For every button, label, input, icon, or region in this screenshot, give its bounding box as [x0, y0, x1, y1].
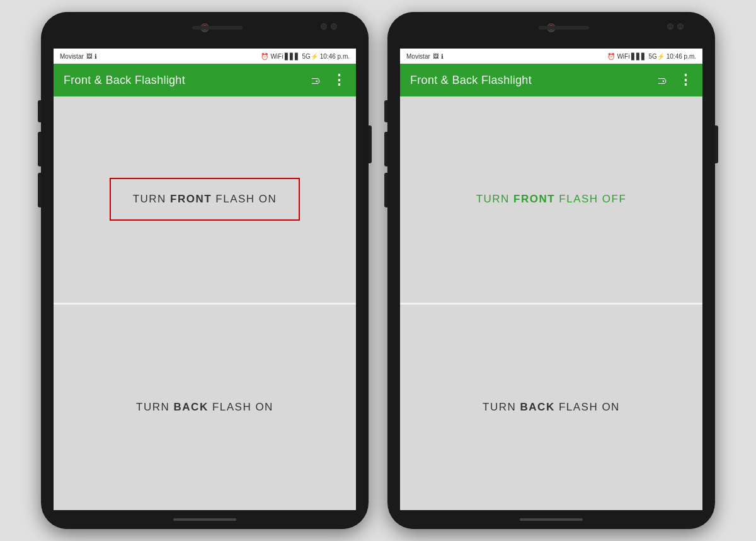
sensor-dot-2: [331, 23, 337, 30]
wifi-icon-right: WiFi: [617, 53, 629, 60]
front-flash-inner-left: TURN FRONT FLASH ON: [97, 165, 313, 233]
back-flash-turn-right: TURN: [483, 401, 520, 413]
screen-right: Movistar 🖼 ℹ ⏰ WiFi ▋▋▋ 5G⚡ 10:46 p.m. F…: [400, 49, 702, 510]
battery-icon-right: 5G⚡: [648, 53, 664, 60]
top-bezel-right: [387, 12, 715, 49]
time-left: 10:46 p.m.: [320, 53, 350, 60]
phone-right-wrapper: Movistar 🖼 ℹ ⏰ WiFi ▋▋▋ 5G⚡ 10:46 p.m. F…: [387, 12, 715, 529]
app-content-left: TURN FRONT FLASH ON TURN BACK FLASH ON: [54, 96, 356, 510]
back-flash-bold-right: BACK: [520, 401, 555, 413]
bottom-bezel-right: [387, 510, 715, 529]
front-flash-bold-left: FRONT: [170, 193, 212, 205]
info-icon-right: ℹ: [441, 53, 444, 60]
front-flash-action-right: FLASH OFF: [555, 193, 626, 205]
speaker-left: [192, 26, 243, 30]
app-title-left: Front & Back Flashlight: [64, 74, 185, 87]
front-flash-inner-right: TURN FRONT FLASH OFF: [464, 180, 639, 218]
back-flash-action-left: FLASH ON: [209, 401, 273, 413]
sensor-dots-right: [667, 23, 684, 30]
status-bar-right: Movistar 🖼 ℹ ⏰ WiFi ▋▋▋ 5G⚡ 10:46 p.m.: [400, 49, 702, 64]
time-right: 10:46 p.m.: [667, 53, 696, 60]
app-content-right: TURN FRONT FLASH OFF TURN BACK FLASH ON: [400, 96, 702, 510]
status-right-right: ⏰ WiFi ▋▋▋ 5G⚡ 10:46 p.m.: [607, 53, 696, 60]
app-bar-left: Front & Back Flashlight ⪾ ⋮: [54, 64, 356, 96]
share-button-left[interactable]: ⪾: [311, 74, 322, 87]
menu-button-left[interactable]: ⋮: [332, 72, 346, 88]
menu-button-right[interactable]: ⋮: [679, 72, 692, 88]
carrier-left: Movistar: [60, 53, 84, 60]
status-bar-left: Movistar 🖼 ℹ ⏰ WiFi ▋▋▋ 5G⚡ 10:46 p.m.: [54, 49, 356, 64]
home-indicator-left: [173, 518, 236, 521]
power-button-left: [369, 125, 372, 163]
signal-icon-right: ▋▋▋: [631, 53, 646, 60]
alarm-icon-right: ⏰: [607, 53, 615, 60]
status-left-left: Movistar 🖼 ℹ: [60, 53, 97, 60]
carrier-right: Movistar: [406, 53, 430, 60]
app-title-right: Front & Back Flashlight: [410, 74, 532, 87]
sensor-dots-left: [321, 23, 337, 30]
phone-right: Movistar 🖼 ℹ ⏰ WiFi ▋▋▋ 5G⚡ 10:46 p.m. F…: [387, 12, 715, 529]
battery-icon-left: 5G⚡: [302, 53, 318, 60]
front-flash-text-right: TURN FRONT FLASH OFF: [476, 193, 627, 206]
front-flash-bold-right: FRONT: [513, 193, 555, 205]
back-flash-text-right: TURN BACK FLASH ON: [483, 401, 620, 414]
info-icon-left: ℹ: [94, 53, 97, 60]
sensor-dot-1: [321, 23, 327, 30]
back-flash-action-right: FLASH ON: [555, 401, 620, 413]
gallery-icon-left: 🖼: [86, 53, 92, 59]
sensor-dot-3: [667, 23, 673, 30]
gallery-icon-right: 🖼: [433, 53, 438, 59]
screen-left: Movistar 🖼 ℹ ⏰ WiFi ▋▋▋ 5G⚡ 10:46 p.m. F…: [54, 49, 356, 510]
back-flash-bold-left: BACK: [174, 401, 209, 413]
app-bar-icons-left: ⪾ ⋮: [311, 72, 346, 88]
back-flash-text-left: TURN BACK FLASH ON: [136, 401, 273, 414]
app-bar-right: Front & Back Flashlight ⪾ ⋮: [400, 64, 702, 96]
page-container: Movistar 🖼 ℹ ⏰ WiFi ▋▋▋ 5G⚡ 10:46 p.m. F…: [0, 0, 756, 541]
power-button-right: [715, 125, 718, 163]
front-flash-turn-right: TURN: [476, 193, 513, 205]
top-bezel-left: [41, 12, 369, 49]
back-flash-panel-left[interactable]: TURN BACK FLASH ON: [54, 305, 356, 511]
back-flash-turn-left: TURN: [136, 401, 173, 413]
phone-left-wrapper: Movistar 🖼 ℹ ⏰ WiFi ▋▋▋ 5G⚡ 10:46 p.m. F…: [41, 12, 369, 529]
front-flash-panel-left[interactable]: TURN FRONT FLASH ON: [54, 96, 356, 303]
status-left-right: Movistar 🖼 ℹ: [406, 53, 444, 60]
signal-icon-left: ▋▋▋: [285, 53, 300, 60]
front-flash-action-left: FLASH ON: [212, 193, 277, 205]
front-flash-turn-left: TURN: [133, 193, 170, 205]
alarm-icon-left: ⏰: [261, 53, 268, 60]
front-flash-panel-right[interactable]: TURN FRONT FLASH OFF: [400, 96, 702, 303]
speaker-right: [539, 26, 589, 30]
back-flash-inner-right: TURN BACK FLASH ON: [470, 388, 633, 426]
front-flash-button-left[interactable]: TURN FRONT FLASH ON: [110, 178, 301, 221]
bottom-bezel-left: [41, 510, 369, 529]
back-flash-panel-right[interactable]: TURN BACK FLASH ON: [400, 305, 702, 511]
home-indicator-right: [520, 518, 583, 521]
status-right-left: ⏰ WiFi ▋▋▋ 5G⚡ 10:46 p.m.: [261, 53, 350, 60]
phone-left: Movistar 🖼 ℹ ⏰ WiFi ▋▋▋ 5G⚡ 10:46 p.m. F…: [41, 12, 369, 529]
sensor-dot-4: [677, 23, 684, 30]
wifi-icon-left: WiFi: [270, 53, 283, 60]
app-bar-icons-right: ⪾ ⋮: [657, 72, 692, 88]
share-button-right[interactable]: ⪾: [657, 74, 668, 87]
front-flash-text-left: TURN FRONT FLASH ON: [133, 193, 277, 206]
back-flash-inner-left: TURN BACK FLASH ON: [123, 388, 286, 426]
